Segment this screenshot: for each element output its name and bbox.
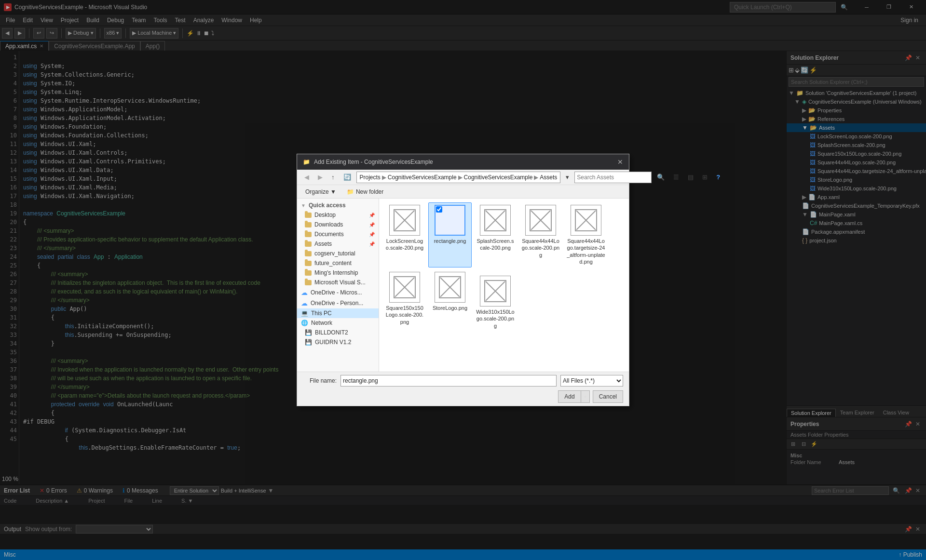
tree-documents[interactable]: Documents 📌 bbox=[297, 229, 379, 239]
file-rectangle[interactable]: rectangle.png bbox=[428, 202, 472, 267]
mings-label: Ming's Internship bbox=[314, 269, 358, 276]
new-folder-button[interactable]: 📁 New folder bbox=[342, 187, 388, 197]
filename-input[interactable] bbox=[340, 375, 557, 387]
cancel-button[interactable]: Cancel bbox=[593, 390, 623, 403]
file-storelogo[interactable]: StoreLogo.png bbox=[428, 269, 472, 332]
nav-back-button[interactable]: ◀ bbox=[301, 172, 313, 182]
tree-this-pc[interactable]: 💻 This PC bbox=[297, 308, 379, 318]
nav-refresh-button[interactable]: 🔄 bbox=[340, 172, 354, 182]
breadcrumb-sep2: ▶ bbox=[458, 174, 463, 181]
dialog-content: ▼ Quick access Desktop 📌 Downloads 📌 Doc… bbox=[297, 199, 629, 372]
view-icons-button[interactable]: ⊞ bbox=[699, 172, 711, 182]
nav-up-button[interactable]: ↑ bbox=[328, 172, 338, 182]
file-wide310[interactable]: Wide310x150Logo.scale-200.png bbox=[474, 273, 517, 332]
tree-cogserv[interactable]: cogserv_tutorial bbox=[297, 249, 379, 258]
search-button[interactable]: 🔍 bbox=[654, 172, 668, 182]
dialog-title-bar: 📁 Add Existing Item - CognitiveServicesE… bbox=[297, 154, 629, 170]
dialog-overlay: 📁 Add Existing Item - CognitiveServicesE… bbox=[0, 0, 926, 560]
dialog-search-input[interactable] bbox=[574, 172, 652, 183]
breadcrumb-cognitiveservicesexample1[interactable]: CognitiveServicesExample bbox=[388, 174, 457, 181]
drive-icon: 💾 bbox=[305, 329, 312, 336]
folder-icon bbox=[305, 270, 312, 276]
tree-billdonit2[interactable]: 💾 BILLDONIT2 bbox=[297, 328, 379, 337]
add-dropdown-arrow[interactable]: ▾ bbox=[581, 390, 590, 403]
file-thumb-square44 bbox=[525, 205, 556, 236]
this-pc-label: This PC bbox=[311, 310, 332, 317]
assets-label: Assets bbox=[314, 240, 332, 247]
tree-guidrn[interactable]: 💾 GUIDRN V1.2 bbox=[297, 337, 379, 347]
add-existing-item-dialog: 📁 Add Existing Item - CognitiveServicesE… bbox=[297, 154, 629, 406]
tree-network[interactable]: 🌐 Network bbox=[297, 318, 379, 328]
file-name-rectangle: rectangle.png bbox=[434, 238, 466, 244]
desktop-label: Desktop bbox=[314, 212, 336, 218]
tree-downloads[interactable]: Downloads 📌 bbox=[297, 220, 379, 229]
pin-icon: 📌 bbox=[369, 222, 375, 227]
file-square44-alt[interactable]: Square44x44Logo.targetsize-24_altform-un… bbox=[564, 202, 608, 267]
file-thumb-storelogo bbox=[435, 272, 465, 303]
tree-mings[interactable]: Ming's Internship bbox=[297, 268, 379, 278]
file-square44[interactable]: Square44x44Logo.scale-200.png bbox=[519, 202, 562, 267]
file-square150[interactable]: Square150x150Logo.scale-200.png bbox=[383, 269, 426, 332]
filename-label: File name: bbox=[303, 377, 337, 384]
downloads-label: Downloads bbox=[314, 221, 343, 228]
nav-forward-button[interactable]: ▶ bbox=[314, 172, 326, 182]
tree-desktop[interactable]: Desktop 📌 bbox=[297, 210, 379, 220]
cloud-icon: ☁ bbox=[301, 299, 308, 307]
dialog-toolbar: Organize ▼ 📁 New folder bbox=[297, 185, 629, 199]
tree-onedrive-ms[interactable]: ☁ OneDrive - Micros... bbox=[297, 287, 379, 298]
cloud-icon: ☁ bbox=[301, 289, 308, 296]
breadcrumb-dropdown-button[interactable]: ▾ bbox=[562, 172, 572, 182]
network-label: Network bbox=[311, 320, 332, 326]
file-name-wide310: Wide310x150Logo.scale-200.png bbox=[476, 308, 515, 329]
view-details-button[interactable]: ▤ bbox=[684, 172, 697, 182]
onedrive-ms-label: OneDrive - Micros... bbox=[311, 289, 362, 296]
breadcrumb-projects[interactable]: Projects bbox=[360, 174, 381, 181]
breadcrumb-cognitiveservicesexample2[interactable]: CognitiveServicesExample bbox=[464, 174, 533, 181]
file-splashscreen[interactable]: SplashScreen.scale-200.png bbox=[474, 202, 517, 267]
documents-label: Documents bbox=[314, 231, 344, 238]
breadcrumb-path[interactable]: Projects ▶ CognitiveServicesExample ▶ Co… bbox=[356, 172, 561, 183]
file-name-lockscreen: LockScreenLogo.scale-200.png bbox=[385, 238, 424, 252]
folder-icon bbox=[305, 213, 312, 218]
new-folder-icon: 📁 bbox=[347, 188, 354, 195]
organize-label: Organize ▼ bbox=[305, 188, 336, 195]
view-list-button[interactable]: ☰ bbox=[670, 172, 682, 182]
file-checkbox-rectangle[interactable] bbox=[436, 206, 442, 213]
onedrive-personal-label: OneDrive - Person... bbox=[311, 300, 363, 307]
breadcrumb-sep1: ▶ bbox=[382, 174, 386, 181]
quick-access-label: Quick access bbox=[309, 202, 346, 209]
dialog-files-area[interactable]: LockScreenLogo.scale-200.png rectangle.p… bbox=[379, 199, 629, 372]
pc-icon: 💻 bbox=[301, 310, 308, 317]
file-thumb-splashscreen bbox=[480, 205, 511, 236]
tree-assets-left[interactable]: Assets 📌 bbox=[297, 239, 379, 249]
file-name-splashscreen: SplashScreen.scale-200.png bbox=[476, 238, 515, 252]
filetype-select[interactable]: All Files (*.*) bbox=[560, 375, 623, 387]
folder-icon bbox=[305, 232, 312, 237]
network-icon: 🌐 bbox=[301, 320, 308, 326]
help-button[interactable]: ? bbox=[713, 172, 723, 182]
breadcrumb-sep3: ▶ bbox=[534, 174, 538, 181]
drive-icon: 💾 bbox=[305, 339, 312, 346]
filename-row: File name: All Files (*.*) bbox=[303, 375, 623, 387]
tree-quick-access-header: ▼ Quick access bbox=[297, 200, 379, 210]
ms-visual-label: Microsoft Visual S... bbox=[314, 279, 366, 286]
guidrn-label: GUIDRN V1.2 bbox=[315, 339, 351, 346]
file-thumb-wide310 bbox=[480, 276, 511, 307]
tree-future-content[interactable]: future_content bbox=[297, 258, 379, 268]
folder-icon bbox=[305, 261, 312, 266]
tree-ms-visual[interactable]: Microsoft Visual S... bbox=[297, 278, 379, 287]
add-button[interactable]: Add bbox=[558, 390, 581, 403]
file-thumb-square150 bbox=[389, 272, 420, 303]
folder-icon bbox=[305, 251, 312, 256]
file-lockscreen[interactable]: LockScreenLogo.scale-200.png bbox=[383, 202, 426, 267]
dialog-tree: ▼ Quick access Desktop 📌 Downloads 📌 Doc… bbox=[297, 199, 379, 372]
expand-arrow: ▼ bbox=[301, 203, 306, 208]
file-thumb-rectangle bbox=[435, 205, 465, 236]
file-thumb-lockscreen bbox=[389, 205, 420, 236]
tree-onedrive-personal[interactable]: ☁ OneDrive - Person... bbox=[297, 298, 379, 308]
dialog-close-icon[interactable]: ✕ bbox=[617, 158, 623, 166]
dialog-nav: ◀ ▶ ↑ 🔄 Projects ▶ CognitiveServicesExam… bbox=[297, 170, 629, 185]
organize-button[interactable]: Organize ▼ bbox=[301, 187, 340, 197]
dialog-title-text: Add Existing Item - CognitiveServicesExa… bbox=[314, 159, 433, 165]
breadcrumb-assets[interactable]: Assets bbox=[540, 174, 557, 181]
